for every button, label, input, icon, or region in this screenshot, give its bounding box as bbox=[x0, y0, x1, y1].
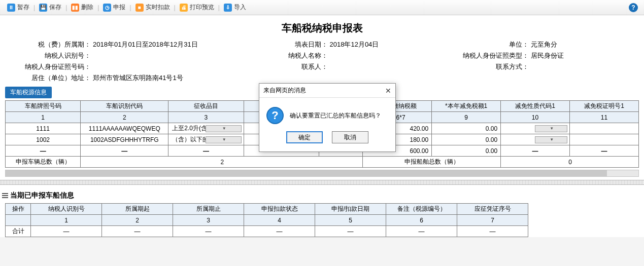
toolbar-icon: 💾 bbox=[39, 4, 47, 12]
toolbar-申报[interactable]: ◷申报 bbox=[100, 3, 128, 12]
cancel-button[interactable]: 取消 bbox=[332, 131, 368, 143]
phone-value bbox=[531, 62, 635, 71]
ok-button[interactable]: 确定 bbox=[286, 131, 323, 143]
col-header: 车船识别代码 bbox=[81, 101, 168, 112]
section2-title-text: 当期已申报车船信息 bbox=[10, 191, 74, 200]
section-tab-source[interactable]: 车船税源信息 bbox=[5, 87, 52, 98]
chevron-down-icon: ▼ bbox=[206, 125, 242, 132]
toolbar-label: 暂存 bbox=[17, 3, 29, 12]
toolbar-icon: ◷ bbox=[103, 4, 111, 12]
dropdown[interactable]: ▼ bbox=[503, 136, 567, 143]
id-no-label: 纳税人身份证照号码： bbox=[9, 62, 93, 71]
contact-value bbox=[330, 62, 450, 71]
total-row: 合计 — — — — — — — bbox=[6, 226, 528, 237]
id-type-value: 居民身份证 bbox=[531, 51, 635, 60]
id-no-value bbox=[93, 62, 269, 71]
toolbar-label: 导入 bbox=[234, 3, 246, 12]
toolbar-label: 打印预览 bbox=[190, 3, 214, 12]
toolbar-导入[interactable]: ⇩导入 bbox=[221, 3, 249, 12]
taxpayer-id-label: 纳税人识别号： bbox=[9, 51, 93, 60]
toolbar-icon: 🖨 bbox=[180, 4, 188, 12]
address-value: 郑州市管城区东明路南41号1号 bbox=[93, 73, 635, 83]
toolbar-icon: ⏸ bbox=[7, 4, 15, 12]
col-header: 征收品目 bbox=[168, 101, 244, 112]
summary-row: 申报车辆总数（辆）2申报船舶总数（辆）0 bbox=[6, 157, 639, 168]
dialog-title: 来自网页的消息 bbox=[263, 86, 306, 95]
toolbar-label: 删除 bbox=[81, 3, 93, 12]
col-header: 减免性质代码1 bbox=[501, 101, 570, 112]
page-title: 车船税纳税申报表 bbox=[0, 18, 644, 40]
col-header: *本年减免税额1 bbox=[432, 101, 501, 112]
toolbar-icon: ▮▮ bbox=[71, 4, 79, 12]
toolbar: ⏸暂存|💾保存|▮▮删除|◷申报|■实时扣款|🖨打印预览|⇩导入? bbox=[0, 0, 644, 15]
toolbar-暂存[interactable]: ⏸暂存 bbox=[4, 3, 32, 12]
col-header: 减免税证明号1 bbox=[569, 101, 638, 112]
chevron-down-icon: ▼ bbox=[535, 125, 567, 132]
toolbar-打印预览[interactable]: 🖨打印预览 bbox=[177, 3, 217, 12]
fill-date-value: 2018年12月04日 bbox=[330, 40, 450, 49]
address-label: 居住（单位）地址： bbox=[9, 73, 93, 83]
taxpayer-name-label: 纳税人名称： bbox=[269, 51, 330, 60]
taxpayer-id-value bbox=[93, 51, 269, 60]
chevron-down-icon: ▼ bbox=[535, 136, 567, 143]
taxpayer-name-value bbox=[330, 51, 450, 60]
dialog-message: 确认要重置已汇总的车船信息吗？ bbox=[290, 111, 381, 120]
total-label: 合计 bbox=[6, 226, 31, 237]
toolbar-实时扣款[interactable]: ■实时扣款 bbox=[132, 3, 173, 12]
fill-date-label: 填表日期： bbox=[269, 40, 330, 49]
declared-grid: 操作纳税人识别号所属期起所属期止申报扣款状态申报/扣款日期备注（税源编号）应征凭… bbox=[5, 203, 528, 237]
section-divider bbox=[0, 180, 644, 185]
chevron-down-icon: ▼ bbox=[206, 136, 242, 143]
horizontal-scrollbar[interactable] bbox=[5, 170, 639, 177]
close-icon[interactable]: ✕ bbox=[385, 87, 391, 95]
question-icon: ? bbox=[266, 107, 284, 124]
contact-label: 联系人： bbox=[269, 62, 330, 71]
tax-period-value: 2018年01月01日至2018年12月31日 bbox=[93, 40, 269, 49]
toolbar-保存[interactable]: 💾保存 bbox=[36, 3, 64, 12]
toolbar-icon: ⇩ bbox=[224, 4, 232, 12]
confirm-dialog: 来自网页的消息 ✕ ? 确认要重置已汇总的车船信息吗？ 确定 取消 bbox=[259, 83, 396, 152]
unit-label: 单位： bbox=[450, 40, 531, 49]
id-type-label: 纳税人身份证照类型： bbox=[450, 51, 531, 60]
col-header: 车船牌照号码 bbox=[6, 101, 81, 112]
list-icon bbox=[2, 193, 8, 199]
unit-value: 元至角分 bbox=[531, 40, 635, 49]
toolbar-label: 实时扣款 bbox=[146, 3, 170, 12]
toolbar-icon: ■ bbox=[135, 4, 144, 12]
help-icon[interactable]: ? bbox=[629, 3, 638, 12]
dropdown[interactable]: 上至2.0升(含)以▼ bbox=[171, 124, 241, 133]
toolbar-label: 保存 bbox=[49, 3, 61, 12]
form-header: 税（费）所属期： 2018年01月01日至2018年12月31日 填表日期： 2… bbox=[0, 40, 644, 87]
phone-label: 联系方式： bbox=[450, 62, 531, 71]
tax-period-label: 税（费）所属期： bbox=[9, 40, 93, 49]
section2-title: 当期已申报车船信息 bbox=[0, 188, 644, 203]
dropdown[interactable]: ▼ bbox=[503, 125, 567, 132]
toolbar-删除[interactable]: ▮▮删除 bbox=[68, 3, 96, 12]
toolbar-label: 申报 bbox=[113, 3, 125, 12]
dropdown[interactable]: （含）以下的乘▼ bbox=[171, 135, 241, 144]
